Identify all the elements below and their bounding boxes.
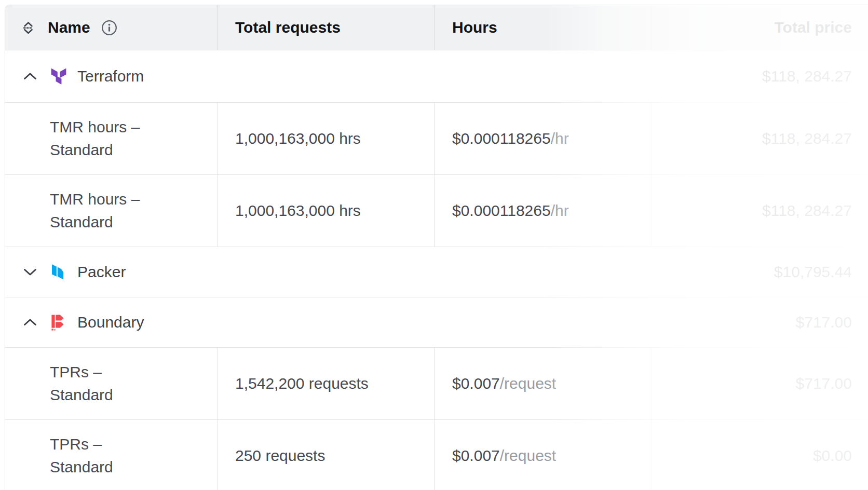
- rate-unit: /request: [500, 375, 556, 392]
- group-total-price: $717.00: [796, 314, 868, 331]
- column-label-name: Name: [48, 19, 90, 36]
- item-name-cell: TMR hours – Standard: [5, 103, 217, 174]
- group-label: Packer: [77, 263, 126, 281]
- rate-unit: /hr: [551, 202, 569, 220]
- item-name-line2: Standard: [50, 139, 140, 161]
- group-label: Boundary: [77, 314, 144, 331]
- collapse-chevron-button[interactable]: [22, 69, 38, 84]
- total-requests-cell: 1,000,163,000 hrs: [217, 103, 434, 174]
- column-header-hours: Hours: [434, 5, 651, 50]
- item-name-line2: Standard: [50, 384, 113, 406]
- table-row: TMR hours – Standard 1,000,163,000 hrs $…: [5, 103, 868, 175]
- total-price-cell: $717.00: [651, 348, 868, 419]
- item-name-cell: TPRs – Standard: [5, 420, 217, 490]
- item-name-line2: Standard: [50, 456, 113, 479]
- item-name-line2: Standard: [50, 211, 140, 234]
- request-rate-cell: $0.007/request: [434, 348, 651, 419]
- rate-value: $0.007: [452, 447, 500, 465]
- collapse-chevron-button[interactable]: [22, 315, 38, 330]
- terraform-icon: [50, 67, 67, 85]
- table-row: TPRs – Standard 1,542,200 requests $0.00…: [5, 348, 868, 420]
- usage-pricing-table: Name Total requests Hours Total price: [5, 5, 868, 490]
- group-row-boundary: Boundary $717.00: [5, 297, 868, 348]
- group-row-packer: Packer $10,795.44: [5, 247, 868, 297]
- hourly-rate-cell: $0.000118265/hr: [434, 103, 651, 174]
- item-name-line1: TPRs –: [50, 361, 113, 384]
- group-row-terraform: Terraform $118, 284.27: [5, 50, 868, 103]
- chevron-up-icon: [23, 318, 37, 326]
- total-requests-cell: 1,542,200 requests: [217, 348, 434, 419]
- hourly-rate-cell: $0.000118265/hr: [434, 175, 651, 247]
- item-name-cell: TPRs – Standard: [5, 348, 217, 419]
- column-header-name: Name: [5, 5, 217, 50]
- name-info-tooltip-trigger[interactable]: [101, 20, 117, 36]
- item-name-line1: TPRs –: [50, 433, 113, 456]
- table-row: TPRs – Standard 250 requests $0.007/requ…: [5, 420, 868, 490]
- table-row: TMR hours – Standard 1,000,163,000 hrs $…: [5, 175, 868, 247]
- chevron-down-icon: [23, 268, 37, 276]
- sort-toggle-button[interactable]: [21, 21, 35, 35]
- item-name-line1: TMR hours –: [50, 188, 140, 211]
- rate-value: $0.000118265: [452, 130, 551, 147]
- group-total-price: $118, 284.27: [762, 67, 868, 85]
- column-header-total-requests: Total requests: [217, 5, 434, 50]
- sort-updown-icon: [21, 21, 35, 35]
- total-price-cell: $118, 284.27: [651, 175, 868, 247]
- total-requests-cell: 1,000,163,000 hrs: [217, 175, 434, 247]
- total-price-cell: $118, 284.27: [651, 103, 868, 174]
- item-name-cell: TMR hours – Standard: [5, 175, 217, 247]
- item-name-line1: TMR hours –: [50, 116, 140, 139]
- boundary-icon: [50, 314, 67, 331]
- table-header: Name Total requests Hours Total price: [5, 5, 868, 50]
- request-rate-cell: $0.007/request: [434, 420, 651, 490]
- rate-value: $0.007: [452, 375, 500, 392]
- column-header-total-price: Total price: [651, 5, 868, 50]
- total-requests-cell: 250 requests: [217, 420, 434, 490]
- group-label: Terraform: [77, 67, 144, 85]
- rate-value: $0.000118265: [452, 202, 551, 220]
- info-circle-icon: [101, 20, 117, 36]
- rate-unit: /hr: [551, 130, 569, 147]
- expand-chevron-button[interactable]: [22, 264, 38, 280]
- rate-unit: /request: [500, 447, 556, 465]
- group-total-price: $10,795.44: [774, 263, 868, 281]
- packer-icon: [50, 263, 67, 281]
- total-price-cell: $0.00: [651, 420, 868, 490]
- chevron-up-icon: [23, 72, 37, 80]
